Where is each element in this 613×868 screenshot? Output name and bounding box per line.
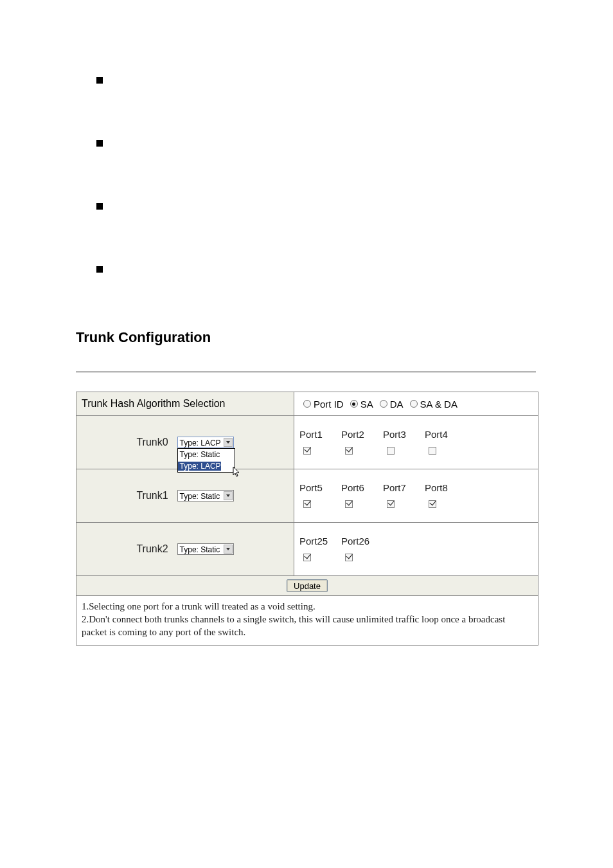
trunk2-label: Trunk2 [136, 543, 168, 555]
hash-radio-portid[interactable] [303, 400, 311, 408]
bullet-icon [96, 77, 103, 84]
port-label: Port4 [422, 429, 464, 440]
bullet-list [0, 77, 613, 273]
bullet-icon [96, 203, 103, 210]
chevron-down-icon[interactable] [224, 491, 233, 500]
update-button[interactable]: Update [287, 579, 328, 592]
trunk-row-2: Trunk2 Type: Static Port25 Port26 [76, 523, 538, 576]
trunk1-port5-checkbox[interactable] [303, 500, 311, 508]
trunk-config-table: Trunk Hash Algorithm Selection Port ID S… [76, 392, 538, 596]
port-label: Port2 [339, 429, 380, 440]
hash-title-label: Trunk Hash Algorithm Selection [82, 398, 226, 410]
trunk2-port25-checkbox[interactable] [303, 554, 311, 561]
trunk2-port26-checkbox[interactable] [345, 554, 353, 561]
hash-radio-da-label: DA [390, 399, 404, 410]
trunk1-port7-checkbox[interactable] [387, 500, 395, 508]
hash-radio-sa[interactable] [350, 400, 358, 408]
trunk1-label: Trunk1 [136, 490, 168, 502]
hash-radio-group: Port ID SA DA SA & DA [294, 392, 538, 415]
trunk0-label: Trunk0 [136, 437, 168, 448]
trunk0-type-select[interactable]: Type: LACP Type: Static Type: LACP [177, 437, 234, 448]
chevron-down-icon[interactable] [224, 438, 233, 447]
bullet-icon [96, 140, 103, 147]
port-label: Port7 [380, 482, 422, 493]
section-heading: Trunk Configuration [76, 329, 613, 346]
port-label: Port8 [422, 482, 464, 493]
trunk1-type-value: Type: Static [180, 492, 220, 501]
update-row: Update [76, 576, 538, 596]
notes-box: 1.Selecting one port for a trunk will tr… [76, 596, 538, 646]
hash-radio-sa-label: SA [360, 399, 373, 410]
chevron-down-icon[interactable] [224, 545, 233, 554]
port-label: Port5 [297, 482, 339, 493]
port-label: Port1 [297, 429, 339, 440]
section-divider [76, 372, 536, 372]
hash-radio-da[interactable] [380, 400, 387, 408]
note-2: 2.Don't connect both trunks channels to … [82, 613, 533, 638]
trunk-row-0: Trunk0 Type: LACP Type: Static Type: LAC… [76, 416, 538, 469]
port-label: Port26 [339, 536, 380, 547]
trunk1-port8-checkbox[interactable] [429, 500, 436, 508]
trunk2-type-select[interactable]: Type: Static [177, 543, 234, 555]
trunk0-port4-checkbox[interactable] [429, 447, 436, 455]
trunk0-dropdown-list: Type: Static Type: LACP [177, 448, 235, 473]
note-1: 1.Selecting one port for a trunk will tr… [82, 600, 533, 613]
hash-row: Trunk Hash Algorithm Selection Port ID S… [76, 392, 538, 416]
trunk1-type-select[interactable]: Type: Static [177, 490, 234, 502]
trunk2-type-value: Type: Static [180, 545, 220, 554]
hash-radio-portid-label: Port ID [314, 399, 344, 410]
port-label: Port3 [380, 429, 422, 440]
trunk0-port2-checkbox[interactable] [345, 447, 353, 455]
cursor-icon [233, 466, 243, 481]
trunk1-port6-checkbox[interactable] [345, 500, 353, 508]
page-root: Trunk Configuration Trunk Hash Algorithm… [0, 0, 613, 646]
hash-radio-sada-label: SA & DA [420, 399, 458, 410]
trunk0-opt-static[interactable]: Type: Static [178, 450, 220, 459]
port-label: Port6 [339, 482, 380, 493]
hash-radio-sada[interactable] [410, 400, 418, 408]
trunk0-port3-checkbox[interactable] [387, 447, 395, 455]
trunk-row-1: Trunk1 Type: Static Port5 Port6 Port7 Po… [76, 469, 538, 523]
bullet-icon [96, 266, 103, 273]
port-label: Port25 [297, 536, 339, 547]
trunk0-type-value: Type: LACP [180, 439, 221, 448]
trunk0-port1-checkbox[interactable] [303, 447, 311, 455]
trunk0-opt-lacp[interactable]: Type: LACP [178, 462, 221, 471]
